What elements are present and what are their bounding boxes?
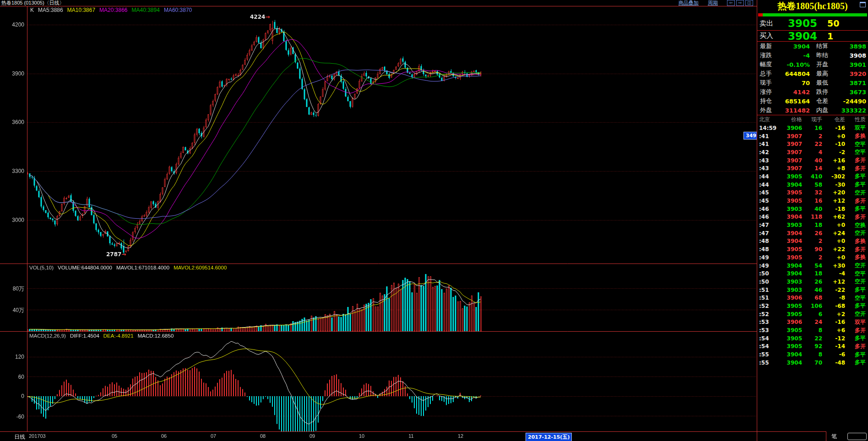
stat-label: 跌停 xyxy=(810,88,837,96)
t-price: 3907 xyxy=(777,141,802,147)
t-price: 3904 xyxy=(777,270,802,277)
t-volume: 16 xyxy=(802,125,822,131)
t-time: :53 xyxy=(757,327,777,333)
t-price: 3907 xyxy=(777,133,802,140)
window-restore-icon[interactable] xyxy=(860,2,866,7)
t-nature: 多开 xyxy=(845,246,868,253)
bid-price[interactable]: 3904 xyxy=(788,30,817,42)
tick-row: :47390426+24空开 xyxy=(757,229,868,237)
t-time: :52 xyxy=(757,303,777,309)
quote-title-row: 热卷1805(hc1805) xyxy=(757,0,868,13)
t-nature: 空开 xyxy=(845,262,868,269)
stat-value: -0.10% xyxy=(781,61,810,68)
tick-row: :443905410-302多平 xyxy=(757,172,868,181)
page-right-icon[interactable]: ⇨ xyxy=(736,0,744,6)
t-price: 3903 xyxy=(777,222,802,228)
t-oi-change: -30 xyxy=(822,182,845,188)
t-price: 3905 xyxy=(777,173,802,180)
trading-terminal: 热卷1805 (013005)〈日线〉 商品叠加 周期 ⇦ ⇨ ◫ KMA5:3… xyxy=(0,0,868,441)
bottom-axis-line xyxy=(0,431,826,432)
period-link[interactable]: 周期 xyxy=(708,0,718,6)
bottom-axis-tick xyxy=(826,431,826,441)
t-oi-change: +16 xyxy=(822,157,845,164)
ask-row: 卖出 3905 50 xyxy=(757,16,868,30)
t-oi-change: -48 xyxy=(822,360,845,366)
t-price: 3906 xyxy=(777,295,802,301)
t-time: :47 xyxy=(757,222,777,228)
stat-value: 644804 xyxy=(781,70,810,77)
stat-value: 3673 xyxy=(837,89,868,96)
stat-label: 幅度 xyxy=(757,60,781,69)
t-nature: 空开 xyxy=(845,278,868,285)
t-nature: 多平 xyxy=(845,334,868,342)
t-oi-change: +2 xyxy=(822,311,845,317)
stat-row: 外盘311482内盘333322 xyxy=(757,106,868,115)
tick-header-cell: 价格 xyxy=(777,116,802,124)
t-nature: 多换 xyxy=(845,132,868,140)
quote-contract-title[interactable]: 热卷1805(hc1805) xyxy=(757,0,868,12)
t-time: :41 xyxy=(757,141,777,147)
tick-row: :45390516+12多开 xyxy=(757,197,868,205)
t-oi-change: +24 xyxy=(822,230,845,237)
t-price: 3904 xyxy=(777,214,802,220)
t-nature: 多平 xyxy=(845,181,868,188)
stat-value: 3908 xyxy=(837,52,868,59)
tick-table-header: 北京价格现手仓差性质 xyxy=(757,115,868,124)
t-nature: 多平 xyxy=(845,286,868,294)
t-price: 3903 xyxy=(777,279,802,285)
t-oi-change: +62 xyxy=(822,214,845,220)
t-time: :44 xyxy=(757,173,777,180)
stat-label: 内盘 xyxy=(810,106,837,114)
stat-label: 最低 xyxy=(810,79,837,87)
t-oi-change: +0 xyxy=(822,238,845,244)
stat-row: 持仓685164仓差-24490 xyxy=(757,97,868,106)
tick-list: 14:59390616-16双平:4139072+0多换:41390722-10… xyxy=(757,124,868,367)
t-volume: 26 xyxy=(802,230,822,237)
t-volume: 8 xyxy=(802,327,822,333)
tick-row: :50390326+12空开 xyxy=(757,278,868,286)
ask-price[interactable]: 3905 xyxy=(788,17,817,29)
t-volume: 68 xyxy=(802,295,822,301)
gauge-buy-segment xyxy=(763,13,867,16)
tick-row: :5239056+2空开 xyxy=(757,310,868,318)
tick-row: :54390522-12多平 xyxy=(757,334,868,343)
tick-row: :5339058+6多开 xyxy=(757,326,868,334)
split-window-icon[interactable]: ◫ xyxy=(745,0,753,6)
t-nature: 多平 xyxy=(845,359,868,366)
stat-label: 仓差 xyxy=(810,97,837,105)
t-price: 3904 xyxy=(777,182,802,188)
t-volume: 18 xyxy=(802,270,822,277)
t-volume: 24 xyxy=(802,319,822,325)
t-time: :48 xyxy=(757,238,777,244)
t-nature: 空平 xyxy=(845,294,868,302)
t-volume: 2 xyxy=(802,133,822,140)
t-volume: 4 xyxy=(802,149,822,156)
t-volume: 26 xyxy=(802,279,822,285)
stat-value: 4142 xyxy=(781,89,810,96)
t-time: :48 xyxy=(757,246,777,253)
stat-label: 总手 xyxy=(757,70,781,78)
tick-row: :47390318+0空换 xyxy=(757,221,868,229)
status-input-box[interactable] xyxy=(847,433,867,440)
nav-icons: ⇦ ⇨ ◫ xyxy=(727,0,753,6)
bid-label: 买入 xyxy=(760,32,773,40)
t-price: 3906 xyxy=(777,125,802,131)
t-volume: 2 xyxy=(802,238,822,244)
overlay-commodity-link[interactable]: 商品叠加 xyxy=(678,0,699,6)
t-oi-change: -6 xyxy=(822,351,845,358)
tick-row: :49390454+30空开 xyxy=(757,262,868,270)
t-time: :49 xyxy=(757,263,777,269)
tab-contract-title[interactable]: 热卷1805 (013005)〈日线〉 xyxy=(1,0,65,6)
t-time: :46 xyxy=(757,206,777,212)
t-time: :46 xyxy=(757,214,777,220)
tick-row: :4939052+0多换 xyxy=(757,253,868,262)
main-chart-canvas[interactable] xyxy=(0,0,760,441)
t-oi-change: +0 xyxy=(822,133,845,140)
t-nature: 多换 xyxy=(845,253,868,261)
t-nature: 多开 xyxy=(845,165,868,172)
t-nature: 空开 xyxy=(845,310,868,318)
tick-row: :55390470-48多平 xyxy=(757,359,868,367)
page-left-icon[interactable]: ⇦ xyxy=(727,0,735,6)
t-volume: 22 xyxy=(802,335,822,342)
t-volume: 6 xyxy=(802,311,822,317)
